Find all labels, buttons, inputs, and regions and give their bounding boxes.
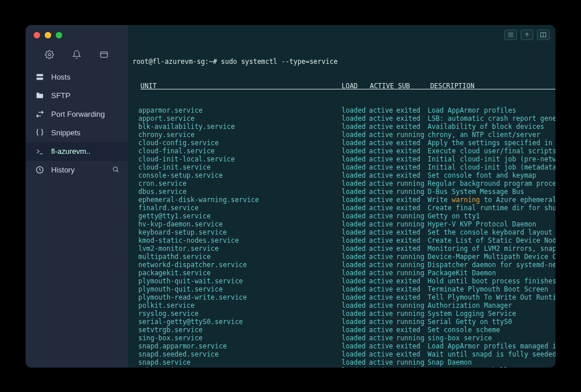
settings-button[interactable] — [44, 49, 55, 60]
sub-cell: exited — [396, 147, 428, 155]
service-row: setvtrgb.serviceloadedactiveexitedSet co… — [132, 326, 555, 334]
sidebar-item-label: Port Forwarding — [51, 110, 119, 118]
unit-cell: blk-availability.service — [132, 123, 342, 131]
titlebar-menu-button[interactable] — [504, 30, 517, 40]
unit-cell: console-setup.service — [132, 171, 342, 179]
load-cell: loaded — [342, 212, 369, 220]
active-cell: active — [369, 366, 396, 368]
load-cell: loaded — [342, 253, 369, 261]
close-window-button[interactable] — [34, 32, 40, 38]
description-cell: Apply the settings specified in cloud — [428, 139, 555, 147]
description-cell: Hold until boot process finishes up — [428, 277, 555, 285]
unit-cell: chrony.service — [132, 131, 342, 139]
description-cell: Create List of Static Device Nodes — [428, 236, 555, 244]
unit-cell: plymouth-read-write.service — [132, 293, 342, 301]
unit-cell: setvtrgb.service — [132, 326, 342, 334]
load-cell: loaded — [342, 261, 369, 269]
load-cell: loaded — [342, 334, 369, 342]
sidebar-item-history[interactable]: History — [26, 161, 128, 179]
sub-cell: exited — [396, 244, 428, 253]
sidebar-item-port-forwarding[interactable]: Port Forwarding — [26, 105, 128, 124]
terminal-pane[interactable]: root@fl-azurevm-sg:~# sudo systemctl --t… — [128, 25, 555, 368]
load-cell: loaded — [342, 277, 369, 285]
service-row: kmod-static-nodes.serviceloadedactiveexi… — [132, 236, 555, 244]
sidebar-item-snippets[interactable]: Snippets — [26, 124, 128, 142]
search-icon[interactable] — [112, 165, 120, 175]
description-cell: Set console font and keymap — [428, 171, 555, 179]
load-cell: loaded — [342, 204, 369, 212]
sub-cell: exited — [396, 139, 428, 147]
service-row: lvm2-monitor.serviceloadedactiveexitedMo… — [132, 244, 555, 253]
notifications-button[interactable] — [71, 49, 82, 60]
unit-cell: cloud-final.service — [132, 147, 342, 155]
sub-cell: running — [396, 179, 428, 188]
unit-cell: finalrd.service — [132, 204, 342, 212]
maximize-window-button[interactable] — [56, 32, 62, 38]
titlebar-share-button[interactable] — [521, 30, 533, 40]
active-cell: active — [369, 204, 396, 212]
window-controls — [34, 32, 62, 38]
description-cell: OpenBSD Secure Shell server — [428, 366, 555, 368]
unit-cell: snapd.service — [132, 358, 342, 366]
unit-cell: multipathd.service — [132, 253, 342, 261]
sidebar-item-label: Snippets — [51, 128, 119, 137]
service-row: cloud-init.serviceloadedactiveexitedInit… — [132, 163, 555, 171]
description-cell: Getty on tty1 — [428, 212, 555, 220]
unit-cell: ssh.service — [132, 366, 342, 368]
load-cell: loaded — [342, 155, 369, 163]
load-cell: loaded — [342, 301, 369, 310]
sub-cell: exited — [396, 228, 428, 236]
service-row: serial-getty@ttyS0.serviceloadedactiveru… — [132, 318, 555, 326]
unit-cell: cloud-init.service — [132, 163, 342, 171]
sub-cell: running — [396, 310, 428, 318]
active-cell: active — [369, 358, 396, 366]
sub-cell: exited — [396, 293, 428, 301]
service-table-body: apparmor.serviceloadedactiveexitedLoad A… — [132, 106, 555, 368]
active-cell: active — [369, 212, 396, 220]
description-cell: D-Bus System Message Bus — [428, 188, 555, 196]
svg-point-6 — [113, 167, 117, 171]
service-row: networkd-dispatcher.serviceloadedactiver… — [132, 261, 555, 269]
svg-rect-3 — [36, 74, 42, 77]
unit-cell: snapd.seeded.service — [132, 350, 342, 358]
terminal-icon — [35, 147, 44, 156]
sidebar-item-fl-azurevm[interactable]: fl-azurevm.. — [26, 142, 128, 161]
active-cell: active — [369, 269, 396, 277]
active-cell: active — [369, 310, 396, 318]
sidebar-item-sftp[interactable]: SFTP — [26, 87, 128, 105]
terminal-prompt-line: root@fl-azurevm-sg:~# sudo systemctl --t… — [132, 57, 555, 66]
unit-cell: networkd-dispatcher.service — [132, 261, 342, 269]
unit-cell: dbus.service — [132, 188, 342, 196]
service-row: ssh.serviceloadedactiverunningOpenBSD Se… — [132, 366, 555, 368]
unit-cell: serial-getty@ttyS0.service — [132, 318, 342, 326]
service-row: ephemeral-disk-warning.serviceloadedacti… — [132, 196, 555, 204]
service-row: finalrd.serviceloadedactiveexitedCreate … — [132, 204, 555, 212]
active-cell: active — [369, 179, 396, 188]
service-row: cloud-config.serviceloadedactiveexitedAp… — [132, 139, 555, 147]
service-row: console-setup.serviceloadedactiveexitedS… — [132, 171, 555, 179]
minimize-window-button[interactable] — [45, 32, 51, 38]
titlebar-split-button[interactable] — [537, 30, 550, 40]
service-row: multipathd.serviceloadedactiverunningDev… — [132, 253, 555, 261]
svg-rect-2 — [101, 52, 107, 57]
load-cell: loaded — [342, 106, 369, 114]
load-cell: loaded — [342, 123, 369, 131]
unit-cell: apparmor.service — [132, 106, 342, 114]
sub-cell: exited — [396, 326, 428, 334]
description-cell: Availability of block devices — [428, 123, 555, 131]
description-cell: Create final runtime dir for shutdown — [428, 204, 555, 212]
sub-cell: running — [396, 253, 428, 261]
sidebar-item-hosts[interactable]: Hosts — [26, 68, 128, 87]
sub-cell: running — [396, 301, 428, 310]
command-text: sudo systemctl --type=service — [221, 57, 338, 66]
load-cell: loaded — [342, 220, 369, 228]
new-window-button[interactable] — [99, 49, 109, 60]
active-cell: active — [369, 261, 396, 269]
load-cell: loaded — [342, 326, 369, 334]
description-cell: chrony, an NTP client/server — [428, 131, 555, 139]
active-cell: active — [369, 350, 396, 358]
active-cell: active — [369, 114, 396, 123]
description-cell: Dispatcher daemon for systemd-network — [428, 261, 555, 269]
sub-cell: exited — [396, 277, 428, 285]
unit-cell: kmod-static-nodes.service — [132, 236, 342, 244]
